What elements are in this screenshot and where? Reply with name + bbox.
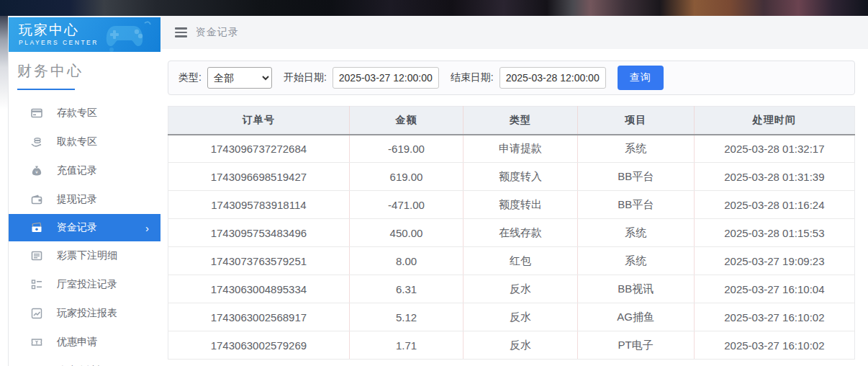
cell-r0-c3: 系统 bbox=[577, 135, 694, 163]
deposit-card-icon bbox=[30, 107, 43, 120]
cell-r5-c1: 6.31 bbox=[349, 275, 463, 303]
start-date-label: 开始日期: bbox=[284, 71, 327, 84]
table-body: 1743096737272684-619.00申请提款系统2025-03-28 … bbox=[168, 135, 855, 360]
chevron-right-icon: › bbox=[145, 222, 149, 234]
sidebar-menu: 存款专区取款专区¥充值记录提现记录资金记录›彩票下注明细厅室投注记录玩家投注报表… bbox=[9, 99, 161, 366]
sidebar-item-label: 存款专区 bbox=[57, 107, 97, 120]
sidebar-item-label: 优惠申请 bbox=[57, 336, 97, 349]
sidebar-item-label: 厅室投注记录 bbox=[57, 278, 117, 291]
table-row: 17430630025689175.12反水AG捕鱼2025-03-27 16:… bbox=[168, 303, 855, 331]
sidebar-item-8[interactable]: 优惠申请 bbox=[9, 328, 161, 357]
cell-r0-c2: 申请提款 bbox=[464, 135, 577, 163]
cell-r1-c2: 额度转入 bbox=[464, 163, 577, 191]
type-label: 类型: bbox=[178, 71, 202, 84]
cell-r3-c4: 2025-03-28 01:15:53 bbox=[694, 219, 854, 247]
sidebar-item-1[interactable]: 取款专区 bbox=[9, 128, 161, 156]
cell-r2-c2: 额度转出 bbox=[464, 191, 577, 219]
breadcrumb-label: 资金记录 bbox=[196, 26, 239, 39]
column-header-0: 订单号 bbox=[168, 107, 350, 135]
moneybag-icon: ¥ bbox=[30, 164, 43, 177]
table-row: 17430737635792518.00红包系统2025-03-27 19:09… bbox=[168, 247, 855, 275]
cell-r1-c1: 619.00 bbox=[349, 163, 463, 191]
cell-r2-c4: 2025-03-28 01:16:24 bbox=[694, 191, 854, 219]
left-background-strip bbox=[0, 16, 8, 110]
finance-center-label: 财务中心 bbox=[17, 61, 161, 81]
cell-r1-c4: 2025-03-28 01:31:39 bbox=[694, 163, 854, 191]
type-select[interactable]: 全部 bbox=[207, 67, 272, 89]
sidebar-item-9[interactable]: 优惠申请记录 bbox=[9, 357, 161, 366]
cell-r4-c0: 1743073763579251 bbox=[168, 247, 350, 275]
cell-r0-c1: -619.00 bbox=[349, 135, 463, 163]
sidebar-item-label: 玩家投注报表 bbox=[57, 307, 117, 320]
cell-r5-c3: BB视讯 bbox=[577, 275, 694, 303]
sidebar-item-6[interactable]: 厅室投注记录 bbox=[9, 270, 161, 299]
cell-r3-c0: 1743095753483496 bbox=[168, 219, 350, 247]
main-content: 资金记录 类型: 全部 开始日期: 结束日期: 查询 订单号金额类型项目处理时间… bbox=[161, 16, 868, 366]
list-doc-icon bbox=[30, 249, 43, 262]
section-title-underline bbox=[17, 89, 75, 90]
content-panel: 类型: 全部 开始日期: 结束日期: 查询 订单号金额类型项目处理时间 1743… bbox=[161, 49, 868, 366]
breadcrumb: 资金记录 bbox=[161, 16, 868, 49]
cell-r6-c2: 反水 bbox=[464, 303, 577, 331]
cell-r3-c1: 450.00 bbox=[349, 219, 463, 247]
filter-bar: 类型: 全部 开始日期: 结束日期: 查询 bbox=[168, 61, 855, 95]
cell-r6-c0: 1743063002568917 bbox=[168, 303, 350, 331]
table-row: 17430630025792691.71反水PT电子2025-03-27 16:… bbox=[168, 331, 855, 360]
cell-r6-c1: 5.12 bbox=[349, 303, 463, 331]
column-header-1: 金额 bbox=[349, 107, 463, 135]
sidebar-item-label: 提现记录 bbox=[57, 193, 97, 206]
start-date-input[interactable] bbox=[333, 67, 439, 89]
table-header-row: 订单号金额类型项目处理时间 bbox=[168, 107, 855, 135]
cell-r7-c0: 1743063002579269 bbox=[168, 331, 350, 360]
cell-r6-c3: AG捕鱼 bbox=[577, 303, 694, 331]
sidebar-item-label: 彩票下注明细 bbox=[57, 249, 117, 262]
cell-r2-c3: BB平台 bbox=[577, 191, 694, 219]
cell-r4-c4: 2025-03-27 19:09:23 bbox=[694, 247, 854, 275]
cell-r2-c1: -471.00 bbox=[349, 191, 463, 219]
cell-r3-c3: 系统 bbox=[577, 219, 694, 247]
sidebar-item-4[interactable]: 资金记录› bbox=[9, 214, 161, 241]
cell-r7-c4: 2025-03-27 16:10:02 bbox=[694, 331, 854, 360]
list-check-icon bbox=[30, 278, 43, 291]
funds-record-table: 订单号金额类型项目处理时间 1743096737272684-619.00申请提… bbox=[168, 106, 855, 360]
cell-r7-c1: 1.71 bbox=[349, 331, 463, 360]
sidebar-item-label: 资金记录 bbox=[57, 221, 97, 234]
cell-r6-c4: 2025-03-27 16:10:02 bbox=[694, 303, 854, 331]
cell-r2-c0: 1743095783918114 bbox=[168, 191, 350, 219]
gamepad-icon bbox=[103, 20, 153, 52]
cell-r5-c2: 反水 bbox=[464, 275, 577, 303]
column-header-2: 类型 bbox=[464, 107, 577, 135]
table-row: 1743095783918114-471.00额度转出BB平台2025-03-2… bbox=[168, 191, 855, 219]
cell-r4-c3: 系统 bbox=[577, 247, 694, 275]
sidebar-item-0[interactable]: 存款专区 bbox=[9, 99, 161, 128]
cell-r1-c3: BB平台 bbox=[577, 163, 694, 191]
chart-icon bbox=[30, 307, 43, 320]
sidebar-item-3[interactable]: 提现记录 bbox=[9, 185, 161, 214]
sidebar-item-5[interactable]: 彩票下注明细 bbox=[9, 241, 161, 270]
sidebar-item-2[interactable]: ¥充值记录 bbox=[9, 156, 161, 185]
end-date-label: 结束日期: bbox=[451, 71, 494, 84]
sidebar-item-7[interactable]: 玩家投注报表 bbox=[9, 299, 161, 328]
cell-r5-c4: 2025-03-27 16:10:04 bbox=[694, 275, 854, 303]
section-title-finance-center: 财务中心 bbox=[9, 52, 161, 90]
withdraw-hand-icon bbox=[30, 135, 43, 148]
table-row: 1743095753483496450.00在线存款系统2025-03-28 0… bbox=[168, 219, 855, 247]
table-row: 1743096737272684-619.00申请提款系统2025-03-28 … bbox=[168, 135, 855, 163]
column-header-4: 处理时间 bbox=[694, 107, 854, 135]
sidebar-item-label: 充值记录 bbox=[57, 164, 97, 177]
cell-r7-c2: 反水 bbox=[464, 331, 577, 360]
cell-r1-c0: 1743096698519427 bbox=[168, 163, 350, 191]
sidebar: 玩家中心 PLAYERS CENTER 财务中心 存款专区取款专区¥充值记录提现… bbox=[8, 17, 161, 366]
end-date-input[interactable] bbox=[499, 67, 606, 89]
cell-r5-c0: 1743063004895334 bbox=[168, 275, 350, 303]
cell-r4-c1: 8.00 bbox=[349, 247, 463, 275]
column-header-3: 项目 bbox=[577, 107, 694, 135]
cell-r7-c3: PT电子 bbox=[577, 331, 694, 360]
cell-r0-c0: 1743096737272684 bbox=[168, 135, 350, 163]
cell-r0-c4: 2025-03-28 01:32:17 bbox=[694, 135, 854, 163]
hamburger-icon[interactable] bbox=[175, 27, 187, 37]
sidebar-header: 玩家中心 PLAYERS CENTER bbox=[9, 17, 161, 52]
table-row: 17430630048953346.31反水BB视讯2025-03-27 16:… bbox=[168, 275, 855, 303]
query-button[interactable]: 查询 bbox=[618, 66, 664, 90]
cell-r3-c2: 在线存款 bbox=[464, 219, 577, 247]
